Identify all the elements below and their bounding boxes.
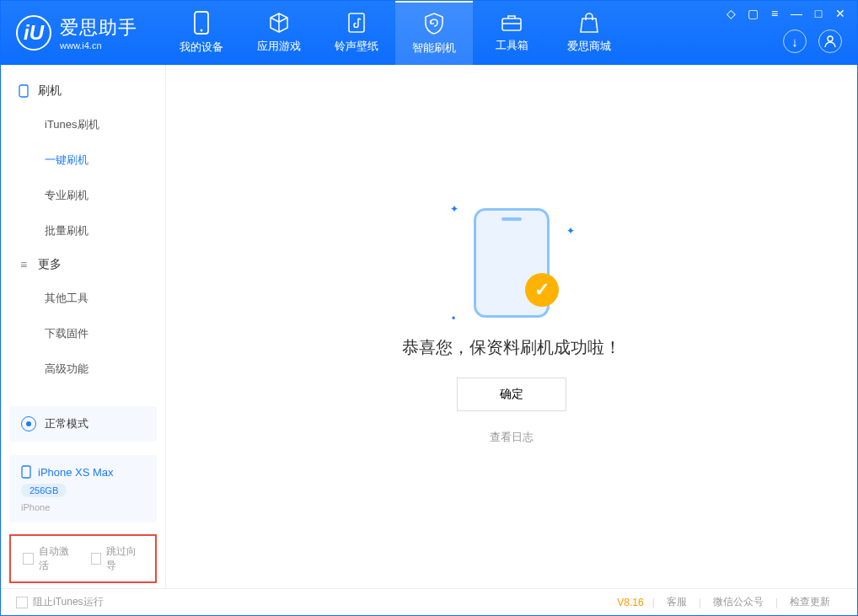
checkbox-label: 自动激活 — [39, 544, 76, 573]
close-button[interactable]: ✕ — [830, 4, 850, 23]
svg-rect-6 — [22, 466, 30, 478]
list-icon: ≡ — [18, 259, 29, 271]
shopping-bag-icon — [579, 12, 599, 34]
device-card[interactable]: iPhone XS Max 256GB iPhone — [9, 455, 157, 522]
tab-ringtones-wallpapers[interactable]: 铃声壁纸 — [318, 1, 395, 65]
mode-indicator-icon — [21, 416, 36, 431]
phone-small-icon — [18, 85, 29, 97]
footer-bar: 阻止iTunes运行 V8.16 | 客服 | 微信公众号 | 检查更新 — [1, 588, 857, 615]
sidebar-group-more: ≡ 更多 — [1, 249, 165, 281]
skip-guide-checkbox[interactable]: 跳过向导 — [91, 544, 144, 573]
cube-icon — [268, 12, 290, 34]
tab-label: 铃声壁纸 — [335, 39, 378, 54]
tab-label: 工具箱 — [496, 38, 528, 53]
tab-toolbox[interactable]: 工具箱 — [473, 1, 550, 65]
ok-button[interactable]: 确定 — [457, 378, 566, 411]
checkbox-icon — [16, 597, 28, 608]
sidebar-group-flash: 刷机 — [1, 75, 165, 107]
maximize-button[interactable]: □ — [808, 4, 829, 23]
theme-icon[interactable]: ◇ — [721, 4, 741, 23]
svg-rect-2 — [349, 13, 364, 32]
menu-icon[interactable]: ≡ — [764, 4, 785, 23]
main-tabs: 我的设备 应用游戏 铃声壁纸 智能刷机 工具箱 — [163, 1, 628, 65]
footer-wechat-link[interactable]: 微信公众号 — [701, 595, 775, 609]
app-logo: iU 爱思助手 www.i4.cn — [16, 15, 137, 51]
device-storage-badge: 256GB — [21, 484, 67, 497]
checkbox-icon — [91, 553, 102, 565]
sidebar-item-download-firmware[interactable]: 下载固件 — [1, 316, 165, 351]
sparkle-icon: ✦ — [450, 203, 458, 215]
success-message: 恭喜您，保资料刷机成功啦！ — [402, 336, 621, 359]
tab-label: 智能刷机 — [412, 40, 456, 56]
sidebar-item-pro-flash[interactable]: 专业刷机 — [1, 178, 165, 213]
svg-rect-5 — [19, 85, 28, 97]
shield-refresh-icon — [423, 12, 445, 35]
svg-point-4 — [828, 36, 833, 41]
device-small-icon — [21, 465, 31, 479]
user-button[interactable] — [818, 29, 842, 53]
svg-rect-3 — [502, 19, 521, 30]
device-type: iPhone — [21, 502, 145, 512]
checkbox-icon — [23, 553, 34, 565]
minimize-button[interactable]: — — [786, 4, 807, 23]
logo-icon: iU — [16, 15, 51, 51]
group-title: 刷机 — [38, 83, 62, 99]
tab-store[interactable]: 爱思商城 — [550, 1, 628, 65]
download-button[interactable]: ↓ — [783, 29, 807, 53]
feedback-icon[interactable]: ▢ — [743, 4, 763, 23]
sidebar: 刷机 iTunes刷机 一键刷机 专业刷机 批量刷机 ≡ 更多 其他工具 下载固… — [1, 65, 166, 588]
footer-service-link[interactable]: 客服 — [655, 595, 699, 609]
phone-icon — [193, 11, 210, 35]
app-subtitle: www.i4.cn — [60, 40, 137, 51]
tab-label: 应用游戏 — [257, 39, 301, 54]
success-check-icon: ✓ — [525, 273, 559, 307]
sidebar-item-other-tools[interactable]: 其他工具 — [1, 281, 165, 316]
sidebar-item-advanced[interactable]: 高级功能 — [1, 351, 165, 387]
app-header: iU 爱思助手 www.i4.cn 我的设备 应用游戏 铃声壁纸 — [1, 1, 857, 65]
view-log-link[interactable]: 查看日志 — [490, 430, 534, 445]
music-note-icon — [346, 12, 367, 34]
window-controls: ◇ ▢ ≡ — □ ✕ — [714, 1, 857, 26]
sparkle-icon: • — [452, 313, 455, 324]
toolbox-icon — [500, 13, 523, 33]
sidebar-item-itunes-flash[interactable]: iTunes刷机 — [1, 107, 165, 142]
svg-point-1 — [201, 29, 203, 32]
version-label: V8.16 — [617, 597, 643, 608]
tab-label: 爱思商城 — [567, 39, 611, 54]
sidebar-item-batch-flash[interactable]: 批量刷机 — [1, 213, 165, 249]
flash-options-row: 自动激活 跳过向导 — [9, 534, 157, 583]
checkbox-label: 跳过向导 — [106, 544, 143, 573]
mode-label: 正常模式 — [45, 416, 88, 431]
tab-smart-flash[interactable]: 智能刷机 — [395, 1, 473, 65]
group-title: 更多 — [38, 257, 62, 272]
footer-update-link[interactable]: 检查更新 — [778, 595, 842, 609]
phone-illustration: ✓ ✦ ✦ • — [474, 208, 550, 318]
sparkle-icon: ✦ — [566, 225, 575, 237]
header-actions: ↓ — [783, 29, 842, 53]
checkbox-label: 阻止iTunes运行 — [33, 595, 104, 609]
mode-card[interactable]: 正常模式 — [9, 406, 157, 442]
tab-label: 我的设备 — [180, 40, 223, 55]
block-itunes-checkbox[interactable]: 阻止iTunes运行 — [16, 595, 104, 609]
device-name: iPhone XS Max — [38, 466, 114, 479]
auto-activate-checkbox[interactable]: 自动激活 — [23, 544, 76, 573]
main-content: ✓ ✦ ✦ • 恭喜您，保资料刷机成功啦！ 确定 查看日志 — [166, 65, 857, 588]
tab-apps-games[interactable]: 应用游戏 — [240, 1, 318, 65]
sidebar-item-onekey-flash[interactable]: 一键刷机 — [1, 142, 165, 178]
app-title: 爱思助手 — [60, 15, 137, 40]
tab-my-device[interactable]: 我的设备 — [163, 1, 240, 65]
